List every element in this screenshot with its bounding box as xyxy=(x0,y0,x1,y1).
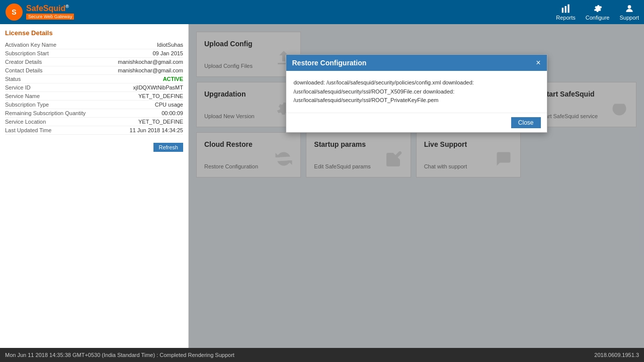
license-row-creator: Creator Details manishkochar@gmail.com xyxy=(5,58,183,66)
squid-text: Squid xyxy=(43,4,65,13)
value-creator: manishkochar@gmail.com xyxy=(118,59,183,65)
reports-label: Reports xyxy=(556,15,576,21)
value-sub-type: CPU usage xyxy=(155,102,183,108)
license-title: License Details xyxy=(5,29,183,37)
license-row-remaining: Remaining Subscription Quantity 00:00:09 xyxy=(5,109,183,118)
restore-config-modal: Restore Configuration × downloaded: /usr… xyxy=(286,54,547,133)
license-row-activation: Activation Key Name IdiotSuhas xyxy=(5,41,183,49)
label-last-updated: Last Updated Time xyxy=(5,127,51,133)
label-activation: Activation Key Name xyxy=(5,42,56,48)
nav-support[interactable]: Support xyxy=(619,4,639,21)
value-activation: IdiotSuhas xyxy=(157,42,183,48)
gear-icon xyxy=(593,4,603,14)
value-service-name: YET_TO_DEFINE xyxy=(138,93,183,99)
label-sub-type: Subscription Type xyxy=(5,102,49,108)
nav-reports[interactable]: Reports xyxy=(556,4,576,21)
refresh-button[interactable]: Refresh xyxy=(153,143,183,152)
user-icon xyxy=(624,4,634,14)
logo-area: S SafeSquid® Secure Web Gateway xyxy=(5,3,74,21)
bar-chart-icon xyxy=(561,4,571,14)
registered-mark: ® xyxy=(65,4,69,9)
label-creator: Creator Details xyxy=(5,59,42,65)
modal-body: downloaded: /usr/local/safesquid/securit… xyxy=(286,71,547,113)
header: S SafeSquid® Secure Web Gateway Reports … xyxy=(0,0,644,24)
license-row-service-id: Service ID xjIDQXWtNibPasMT xyxy=(5,83,183,92)
nav-right: Reports Configure Support xyxy=(556,4,639,21)
safesquid-logo-icon: S xyxy=(5,3,23,21)
license-row-sub-start: Subscription Start 09 Jan 2015 xyxy=(5,49,183,58)
modal-close-button[interactable]: Close xyxy=(511,117,541,128)
modal-title: Restore Configuration xyxy=(292,59,367,67)
svg-rect-3 xyxy=(565,6,566,13)
label-status: Status xyxy=(5,76,21,82)
modal-backdrop: Restore Configuration × downloaded: /usr… xyxy=(189,24,644,348)
svg-point-5 xyxy=(627,5,631,9)
logo-tagline: Secure Web Gateway xyxy=(26,14,74,20)
modal-footer: Close xyxy=(286,113,547,132)
license-row-last-updated: Last Updated Time 11 Jun 2018 14:34:25 xyxy=(5,126,183,135)
safe-text: Safe xyxy=(26,4,43,13)
label-service-id: Service ID xyxy=(5,84,31,90)
footer-version: 2018.0609.1951.3 xyxy=(594,352,639,358)
main-layout: License Details Activation Key Name Idio… xyxy=(0,24,644,348)
value-service-location: YET_TO_DEFINE xyxy=(138,119,183,125)
svg-rect-4 xyxy=(568,5,569,13)
license-row-status: Status ACTIVE xyxy=(5,75,183,83)
license-row-service-name: Service Name YET_TO_DEFINE xyxy=(5,92,183,101)
value-last-updated: 11 Jun 2018 14:34:25 xyxy=(130,127,183,133)
footer-status: Mon Jun 11 2018 14:35:38 GMT+0530 (India… xyxy=(5,352,234,358)
license-row-service-location: Service Location YET_TO_DEFINE xyxy=(5,118,183,126)
svg-rect-2 xyxy=(561,8,563,13)
label-service-name: Service Name xyxy=(5,93,40,99)
logo-text: SafeSquid® Secure Web Gateway xyxy=(26,5,74,20)
modal-header: Restore Configuration × xyxy=(286,55,547,71)
license-row-sub-type: Subscription Type CPU usage xyxy=(5,101,183,109)
license-row-contact: Contact Details manishkochar@gmail.com xyxy=(5,66,183,75)
label-service-location: Service Location xyxy=(5,119,46,125)
support-label: Support xyxy=(619,15,639,21)
label-sub-start: Subscription Start xyxy=(5,50,49,56)
value-contact: manishkochar@gmail.com xyxy=(118,67,183,73)
sidebar: License Details Activation Key Name Idio… xyxy=(0,24,189,348)
modal-close-x-button[interactable]: × xyxy=(536,59,540,67)
value-status: ACTIVE xyxy=(163,76,183,82)
content-area: Upload Config Upload Config Files Upgrad… xyxy=(189,24,644,348)
value-service-id: xjIDQXWtNibPasMT xyxy=(133,84,183,90)
label-remaining: Remaining Subscription Quantity xyxy=(5,110,86,116)
nav-configure[interactable]: Configure xyxy=(586,4,610,21)
value-remaining: 00:00:09 xyxy=(162,110,183,116)
svg-text:S: S xyxy=(12,8,16,16)
logo-brand: SafeSquid® xyxy=(26,5,74,13)
configure-label: Configure xyxy=(586,15,610,21)
value-sub-start: 09 Jan 2015 xyxy=(152,50,183,56)
footer: Mon Jun 11 2018 14:35:38 GMT+0530 (India… xyxy=(0,348,644,362)
label-contact: Contact Details xyxy=(5,67,43,73)
